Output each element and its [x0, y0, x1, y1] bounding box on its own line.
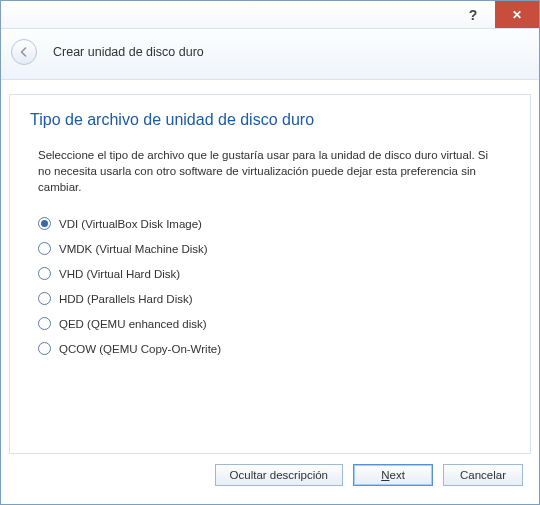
radio-icon: [38, 242, 51, 255]
dialog-window: ? ✕ Crear unidad de disco duro Tipo de a…: [0, 0, 540, 505]
wizard-footer: Ocultar descripción Next Cancelar: [9, 454, 531, 496]
wizard-header: Crear unidad de disco duro: [1, 29, 539, 80]
option-label: VMDK (Virtual Machine Disk): [59, 243, 208, 255]
options-group: VDI (VirtualBox Disk Image) VMDK (Virtua…: [30, 211, 510, 361]
option-label: VDI (VirtualBox Disk Image): [59, 218, 202, 230]
back-button[interactable]: [11, 39, 37, 65]
radio-icon: [38, 292, 51, 305]
option-vmdk[interactable]: VMDK (Virtual Machine Disk): [38, 236, 510, 261]
option-label: QCOW (QEMU Copy-On-Write): [59, 343, 221, 355]
help-button[interactable]: ?: [451, 1, 495, 28]
panel-description: Seleccione el tipo de archivo que le gus…: [30, 147, 510, 195]
radio-icon: [38, 217, 51, 230]
next-button[interactable]: Next: [353, 464, 433, 486]
option-qed[interactable]: QED (QEMU enhanced disk): [38, 311, 510, 336]
cancel-button[interactable]: Cancelar: [443, 464, 523, 486]
close-button[interactable]: ✕: [495, 1, 539, 28]
option-vdi[interactable]: VDI (VirtualBox Disk Image): [38, 211, 510, 236]
radio-icon: [38, 342, 51, 355]
wizard-panel: Tipo de archivo de unidad de disco duro …: [9, 94, 531, 454]
option-label: QED (QEMU enhanced disk): [59, 318, 207, 330]
option-label: VHD (Virtual Hard Disk): [59, 268, 180, 280]
titlebar: ? ✕: [1, 1, 539, 29]
panel-heading: Tipo de archivo de unidad de disco duro: [30, 111, 510, 129]
option-hdd[interactable]: HDD (Parallels Hard Disk): [38, 286, 510, 311]
option-label: HDD (Parallels Hard Disk): [59, 293, 193, 305]
wizard-title: Crear unidad de disco duro: [53, 45, 204, 59]
radio-icon: [38, 317, 51, 330]
hide-description-button[interactable]: Ocultar descripción: [215, 464, 343, 486]
option-qcow[interactable]: QCOW (QEMU Copy-On-Write): [38, 336, 510, 361]
wizard-content: Tipo de archivo de unidad de disco duro …: [1, 80, 539, 504]
radio-icon: [38, 267, 51, 280]
back-arrow-icon: [18, 46, 30, 58]
next-rest: ext: [389, 469, 404, 481]
option-vhd[interactable]: VHD (Virtual Hard Disk): [38, 261, 510, 286]
